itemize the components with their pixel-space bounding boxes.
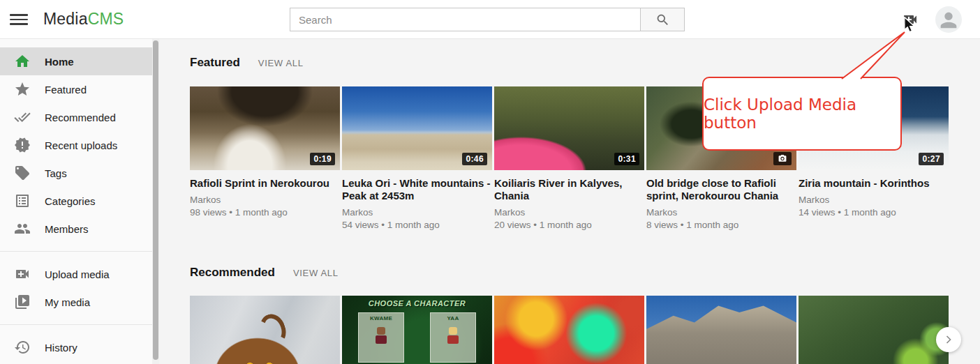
media-author[interactable]: Markos [646,206,796,218]
new-releases-icon [14,137,31,153]
search-bar [290,8,685,31]
featured-section-header: Featured VIEW ALL [190,56,304,70]
character-name: YAA [431,315,475,321]
recommended-section-header: Recommended VIEW ALL [190,266,339,280]
featured-view-all-link[interactable]: VIEW ALL [258,58,304,68]
recommended-row: CHOOSE A CHARACTER KWAME YAA Selected Se… [190,296,949,364]
sidebar-item-members[interactable]: Members [0,215,159,243]
recommended-view-all-link[interactable]: VIEW ALL [293,268,339,278]
sidebar-item-label: Recommended [45,112,116,123]
camera-icon [778,154,787,163]
sidebar-item-label: Members [45,223,89,235]
media-card: 0:31 Koiliaris River in Kalyves, Chania … [494,86,644,232]
media-title[interactable]: Rafioli Sprint in Nerokourou [190,177,340,190]
star-icon [14,81,31,98]
people-icon [14,220,31,237]
sidebar-item-upload-media[interactable]: Upload media [0,260,159,288]
search-input[interactable] [290,8,641,31]
character-panel-left: KWAME [358,312,404,363]
sidebar-item-my-media[interactable]: My media [0,288,159,316]
upload-media-button[interactable] [901,11,919,28]
sidebar-item-categories[interactable]: Categories [0,187,159,215]
media-card [190,296,340,364]
sidebar-item-label: Home [45,56,74,68]
duration-badge: 0:27 [919,153,944,165]
media-meta: 8 views • 1 month ago [646,218,796,232]
logo-text-media: Media [43,10,88,28]
sidebar-item-history[interactable]: History [0,333,159,361]
menu-icon[interactable] [10,11,28,28]
media-card [494,296,644,364]
sidebar-item-recent-uploads[interactable]: Recent uploads [0,131,159,159]
avatar[interactable] [935,6,962,33]
media-author[interactable]: Markos [494,206,644,218]
sidebar-item-tags[interactable]: Tags [0,159,159,187]
top-bar: MediaCMS [0,0,980,39]
logo[interactable]: MediaCMS [43,0,124,38]
sidebar-item-label: Categories [45,195,96,207]
character-figure [376,327,387,345]
list-icon [14,192,31,209]
media-title[interactable]: Koiliaris River in Kalyves, Chania [494,177,644,202]
callout-text: Click Upload Media button [704,96,900,132]
media-thumbnail-mountains[interactable]: 0:46 [342,86,492,170]
sidebar-item-featured[interactable]: Featured [0,75,159,103]
image-type-badge [773,152,792,165]
media-thumbnail-waterfall[interactable]: 0:19 [190,86,340,170]
media-meta: 14 views • 1 month ago [799,206,949,219]
media-author[interactable]: Markos [799,194,949,206]
video-call-icon [14,266,31,282]
media-title[interactable]: Old bridge close to Rafioli sprint, Nero… [646,177,796,202]
sidebar: Home Featured Recommended Recent uploads… [0,39,159,364]
section-title-featured: Featured [190,56,240,70]
sidebar-divider [0,324,152,325]
character-figure [447,327,459,345]
media-card: 0:46 Leuka Ori - White mountains - Peak … [342,86,492,232]
thumbnail-overlay-title: CHOOSE A CHARACTER [342,299,492,308]
sidebar-item-home[interactable]: Home [0,47,159,75]
media-author[interactable]: Markos [190,194,340,206]
media-meta: 54 views • 1 month ago [342,218,492,232]
double-check-icon [14,109,31,126]
duration-badge: 0:46 [462,153,487,165]
sidebar-item-label: History [45,342,77,354]
home-icon [14,53,31,70]
media-card: 0:19 Rafioli Sprint in Nerokourou Markos… [190,86,340,232]
sidebar-item-recommended[interactable]: Recommended [0,103,159,131]
media-title[interactable]: Ziria mountain - Korinthos [799,177,949,190]
sidebar-item-label: Tags [45,167,67,179]
media-thumbnail-pumpkin[interactable] [190,296,340,364]
media-meta: 98 views • 1 month ago [190,206,340,219]
media-thumbnail-game[interactable]: CHOOSE A CHARACTER KWAME YAA Selected Se… [342,296,492,364]
sidebar-item-label: Featured [45,84,87,96]
tag-icon [14,165,31,181]
media-thumbnail-rocky-mountain[interactable] [646,296,796,364]
search-button[interactable] [641,8,685,31]
media-thumbnail-leaves[interactable] [799,296,949,364]
search-icon [655,13,670,27]
media-title[interactable]: Leuka Ori - White mountains - Peak at 24… [342,177,492,202]
sidebar-item-label: Upload media [45,268,110,280]
sidebar-item-label: My media [45,296,90,308]
duration-badge: 0:19 [310,153,335,165]
chevron-right-icon [942,333,956,347]
duration-badge: 0:31 [614,153,639,165]
media-thumbnail-abstract[interactable] [494,296,644,364]
sidebar-scrollbar-thumb[interactable] [153,40,158,360]
character-panel-right: YAA [430,312,476,363]
sidebar-divider [0,251,152,252]
upload-media-icon [901,11,919,28]
character-name: KWAME [359,315,403,321]
media-card: CHOOSE A CHARACTER KWAME YAA Selected Se… [342,296,492,364]
user-icon [937,8,960,32]
media-author[interactable]: Markos [342,206,492,218]
callout-tooltip: Click Upload Media button [702,77,902,151]
media-card [799,296,949,364]
media-meta: 20 views • 1 month ago [494,218,644,232]
sidebar-scrollbar-track [152,39,159,364]
video-library-icon [14,294,31,310]
media-thumbnail-river[interactable]: 0:31 [494,86,644,170]
carousel-next-button[interactable] [936,327,961,352]
section-title-recommended: Recommended [190,266,275,280]
sidebar-item-label: Recent uploads [45,139,117,151]
